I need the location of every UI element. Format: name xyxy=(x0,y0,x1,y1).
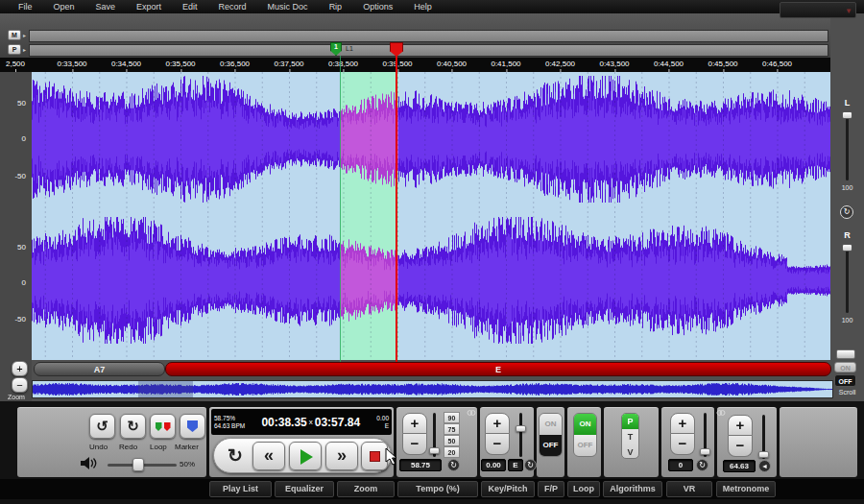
menu-file[interactable]: File xyxy=(8,2,43,12)
algorithm-p-button[interactable]: P xyxy=(622,414,638,429)
keypitch-key: E xyxy=(508,459,523,471)
app-window: FileOpenSaveExportEditRecordMusic DocRip… xyxy=(0,0,864,504)
lcd-display: 58.75% 64.63 BPM 00:38.35 x 03:57.84 0.0… xyxy=(211,409,392,435)
right-volume-track[interactable] xyxy=(846,244,849,313)
metronome-plus-button[interactable]: + xyxy=(728,415,753,436)
metronome-slider-thumb[interactable] xyxy=(758,451,769,458)
overview-canvas[interactable] xyxy=(32,380,833,398)
p-lane-button[interactable]: P xyxy=(8,44,21,55)
menu-open[interactable]: Open xyxy=(43,2,85,12)
keypitch-slider-track xyxy=(519,413,522,457)
menu-export[interactable]: Export xyxy=(126,2,172,12)
metronome-rocker: + − xyxy=(728,415,753,457)
forward-icon: » xyxy=(337,445,347,465)
tab-key-pitch[interactable]: Key/Pitch xyxy=(481,481,535,497)
fp-off-button[interactable]: OFF xyxy=(540,435,562,456)
marker-label: Marker xyxy=(175,443,199,451)
left-volume-track[interactable] xyxy=(846,111,849,180)
tab-play-list[interactable]: Play List xyxy=(209,481,272,497)
tempo-scale-20-button[interactable]: 20 xyxy=(444,446,460,458)
vr-minus-button[interactable]: − xyxy=(670,434,695,455)
marker-lane-bottom[interactable] xyxy=(29,44,828,57)
tempo-scale-75-button[interactable]: 75 xyxy=(444,423,460,435)
ruler-tick: 0:43,500 xyxy=(599,60,629,68)
ruler-tick: 0:34,500 xyxy=(111,60,141,68)
menu-music-doc[interactable]: Music Doc xyxy=(257,2,319,12)
section-bar-a7[interactable]: A7 xyxy=(34,362,165,376)
section-bar-e[interactable]: E xyxy=(165,362,831,376)
tab-tempo-[interactable]: Tempo (%) xyxy=(397,481,478,497)
menu-save[interactable]: Save xyxy=(85,2,127,12)
vr-reset-icon[interactable]: ↻ xyxy=(696,459,708,471)
tab-f-p[interactable]: F/P xyxy=(538,481,564,497)
scroll-label: Scroll xyxy=(830,389,864,396)
tab-metronome[interactable]: Metronome xyxy=(716,481,776,497)
tab-extra[interactable]: ▼ xyxy=(780,2,856,18)
metronome-minus-button[interactable]: − xyxy=(728,436,753,457)
tab-algorithms[interactable]: Algorithms xyxy=(603,481,662,497)
metronome-slider[interactable] xyxy=(757,415,769,459)
zoom-in-button[interactable]: + xyxy=(12,361,28,376)
scroll-spacer-button[interactable] xyxy=(836,349,855,359)
tempo-reset-icon[interactable]: ↻ xyxy=(447,459,460,471)
m-lane-arrow-icon: ▸ xyxy=(23,32,26,38)
waveform-canvas[interactable] xyxy=(32,72,830,360)
stop-button[interactable] xyxy=(361,442,388,470)
right-volume-thumb[interactable] xyxy=(842,244,852,252)
keypitch-minus-button[interactable]: − xyxy=(485,434,510,455)
mouse-cursor xyxy=(385,447,398,467)
loop-red-pin-icon xyxy=(164,422,171,431)
rewind-button[interactable]: « xyxy=(252,442,285,470)
fp-on-button[interactable]: ON xyxy=(540,414,562,435)
forward-button[interactable]: » xyxy=(325,442,358,470)
tempo-plus-button[interactable]: + xyxy=(402,413,427,434)
redo-button[interactable]: ↻ xyxy=(120,414,146,439)
undo-button[interactable]: ↺ xyxy=(89,414,115,439)
menu-help[interactable]: Help xyxy=(403,2,443,12)
menu-record[interactable]: Record xyxy=(208,2,257,12)
tempo-minus-button[interactable]: − xyxy=(402,434,427,455)
channel-reset-icon[interactable]: ↻ xyxy=(840,205,853,219)
metronome-speaker-icon[interactable]: ◄ xyxy=(758,460,771,472)
tab-vr[interactable]: VR xyxy=(666,481,712,497)
tempo-slider-thumb[interactable] xyxy=(429,447,440,454)
tempo-slider[interactable] xyxy=(428,413,440,457)
tab-loop[interactable]: Loop xyxy=(567,481,600,497)
tab-equalizer[interactable]: Equalizer xyxy=(275,481,334,497)
vr-plus-button[interactable]: + xyxy=(670,413,695,434)
algorithm-v-button[interactable]: V xyxy=(622,444,638,459)
marker-button[interactable] xyxy=(180,414,205,439)
volume-thumb[interactable] xyxy=(132,458,144,471)
loop-button[interactable] xyxy=(150,414,176,439)
algorithms-selector: P T V xyxy=(621,413,639,459)
tab-zoom[interactable]: Zoom xyxy=(337,481,395,497)
m-lane-button[interactable]: M xyxy=(8,30,21,40)
keypitch-slider-thumb[interactable] xyxy=(516,425,526,432)
algorithm-t-button[interactable]: T xyxy=(622,429,638,444)
ruler[interactable]: 2,5000:33,5000:34,5000:35,5000:36,5000:3… xyxy=(0,58,833,72)
menu-rip[interactable]: Rip xyxy=(319,2,353,12)
transport-loop-button[interactable]: ↻ xyxy=(222,443,249,469)
loop-label: Loop xyxy=(150,443,167,451)
vr-slider-thumb[interactable] xyxy=(700,448,710,455)
scale-label: 0 xyxy=(22,134,26,143)
scroll-off-button[interactable]: OFF xyxy=(834,374,856,387)
vr-slider[interactable] xyxy=(699,413,710,457)
loop-on-button[interactable]: ON xyxy=(574,414,596,435)
scroll-on-button[interactable]: ON xyxy=(834,362,856,372)
keypitch-reset-icon[interactable]: ↻ xyxy=(524,459,537,471)
tempo-scale-90-button[interactable]: 90 xyxy=(444,412,460,423)
marker-lane-top[interactable] xyxy=(29,30,828,42)
menu-edit[interactable]: Edit xyxy=(172,2,208,12)
keypitch-plus-button[interactable]: + xyxy=(485,413,510,434)
loop-off-button[interactable]: OFF xyxy=(574,435,596,456)
menu-options[interactable]: Options xyxy=(352,2,403,12)
ruler-tick: 0:42,500 xyxy=(545,60,575,68)
loop-toggle: ON OFF xyxy=(573,413,597,457)
zoom-out-button[interactable]: − xyxy=(12,377,28,393)
keypitch-slider[interactable] xyxy=(515,413,526,457)
left-volume-thumb[interactable] xyxy=(842,111,852,119)
play-button[interactable] xyxy=(289,442,322,470)
tempo-scale-50-button[interactable]: 50 xyxy=(444,435,460,446)
tabbar: Play ListEqualizerZoomTempo (%)Key/Pitch… xyxy=(0,479,864,499)
